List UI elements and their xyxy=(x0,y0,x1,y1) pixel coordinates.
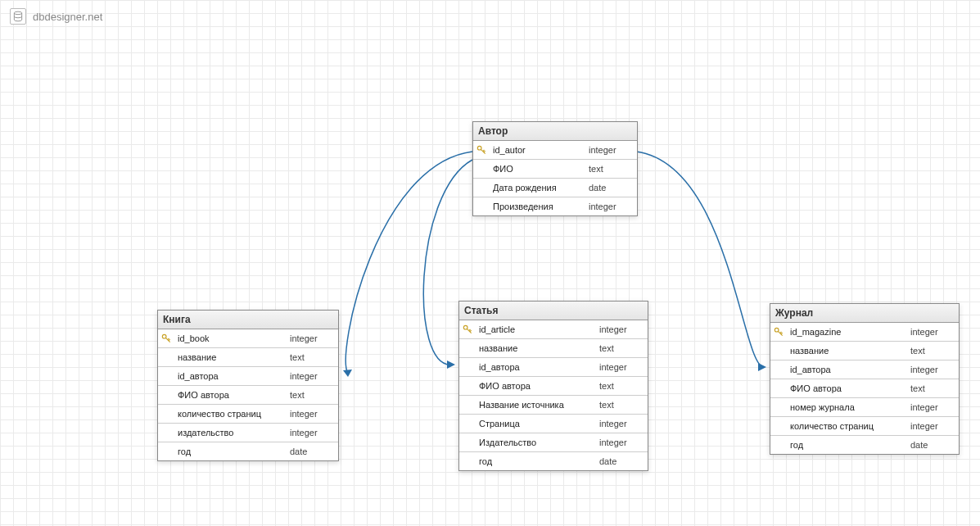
column-type: integer xyxy=(287,333,338,343)
table-author-rows: id_autorintegerФИОtextДата рожденияdateП… xyxy=(473,141,637,215)
table-row[interactable]: годdate xyxy=(770,436,959,454)
table-row[interactable]: ФИОtext xyxy=(473,160,637,179)
column-name: id_autor xyxy=(490,145,585,155)
table-row[interactable]: ФИО автораtext xyxy=(459,377,648,396)
table-magazine[interactable]: Журнал id_magazineintegerназваниеtextid_… xyxy=(770,303,960,455)
table-row[interactable]: id_автораinteger xyxy=(459,358,648,377)
table-book[interactable]: Книга id_bookintegerназваниеtextid_автор… xyxy=(157,310,339,461)
primary-key-icon xyxy=(459,324,476,335)
column-type: text xyxy=(596,343,648,353)
column-name: год xyxy=(476,456,596,466)
table-magazine-header[interactable]: Журнал xyxy=(770,304,959,323)
watermark: dbdesigner.net xyxy=(10,8,102,25)
column-name: название xyxy=(174,352,287,362)
table-title: Книга xyxy=(163,314,191,325)
column-name: название xyxy=(476,343,596,353)
column-type: integer xyxy=(596,419,648,429)
column-type: integer xyxy=(907,402,959,412)
diagram-canvas[interactable]: dbdesigner.net Автор id_autorintegerФИОt… xyxy=(0,0,980,526)
column-name: id_автора xyxy=(174,371,287,381)
column-type: date xyxy=(287,447,338,456)
column-type: text xyxy=(596,400,648,410)
table-row[interactable]: издательствоinteger xyxy=(158,424,338,442)
table-row[interactable]: Издательствоinteger xyxy=(459,433,648,452)
svg-marker-1 xyxy=(343,370,352,377)
table-row[interactable]: названиеtext xyxy=(770,342,959,360)
rel-author-magazine xyxy=(636,152,763,367)
column-type: text xyxy=(907,383,959,393)
column-name: id_автора xyxy=(476,362,596,372)
column-name: год xyxy=(174,447,287,456)
column-type: text xyxy=(287,390,338,400)
table-row[interactable]: Дата рожденияdate xyxy=(473,179,637,197)
table-book-rows: id_bookintegerназваниеtextid_автораinteg… xyxy=(158,329,338,460)
column-type: date xyxy=(907,440,959,450)
primary-key-icon xyxy=(158,333,174,344)
column-name: ФИО автора xyxy=(476,381,596,391)
column-name: id_article xyxy=(476,324,596,334)
table-book-header[interactable]: Книга xyxy=(158,311,338,329)
column-name: id_magazine xyxy=(787,327,907,337)
table-article[interactable]: Статья id_articleintegerназваниеtextid_а… xyxy=(458,301,648,471)
column-type: integer xyxy=(585,202,637,211)
table-author[interactable]: Автор id_autorintegerФИОtextДата рождени… xyxy=(472,121,638,216)
table-row[interactable]: Страницаinteger xyxy=(459,415,648,433)
table-row[interactable]: id_articleinteger xyxy=(459,320,648,339)
table-row[interactable]: названиеtext xyxy=(158,348,338,367)
column-name: id_book xyxy=(174,333,287,343)
table-row[interactable]: Название источникаtext xyxy=(459,396,648,415)
database-icon xyxy=(10,8,26,25)
column-type: text xyxy=(907,346,959,356)
table-row[interactable]: годdate xyxy=(158,442,338,460)
column-type: integer xyxy=(596,438,648,447)
table-row[interactable]: Произведенияinteger xyxy=(473,197,637,215)
table-row[interactable]: ФИО автораtext xyxy=(770,379,959,398)
primary-key-icon xyxy=(770,326,787,338)
table-row[interactable]: количество страницinteger xyxy=(770,417,959,436)
column-name: год xyxy=(787,440,907,450)
column-type: date xyxy=(596,456,648,466)
column-type: integer xyxy=(596,324,648,334)
column-name: название xyxy=(787,346,907,356)
table-row[interactable]: номер журналаinteger xyxy=(770,398,959,417)
column-name: Страница xyxy=(476,419,596,429)
table-article-header[interactable]: Статья xyxy=(459,302,648,320)
column-type: text xyxy=(585,164,637,174)
table-row[interactable]: ФИО автораtext xyxy=(158,386,338,405)
column-type: text xyxy=(596,381,648,391)
column-name: количество страниц xyxy=(174,409,287,419)
table-row[interactable]: годdate xyxy=(459,452,648,470)
column-type: integer xyxy=(287,409,338,419)
column-name: Дата рождения xyxy=(490,183,585,193)
svg-point-7 xyxy=(775,328,779,332)
column-type: integer xyxy=(907,365,959,374)
table-row[interactable]: id_magazineinteger xyxy=(770,323,959,342)
table-row[interactable]: id_автораinteger xyxy=(770,360,959,379)
table-author-header[interactable]: Автор xyxy=(473,122,637,141)
rel-author-book xyxy=(345,152,472,374)
column-name: id_автора xyxy=(787,365,907,374)
column-type: integer xyxy=(585,145,637,155)
column-name: количество страниц xyxy=(787,421,907,431)
table-row[interactable]: id_autorinteger xyxy=(473,141,637,160)
column-type: integer xyxy=(287,428,338,438)
svg-marker-3 xyxy=(758,363,766,371)
column-name: ФИО автора xyxy=(787,383,907,393)
column-type: integer xyxy=(596,362,648,372)
column-name: издательство xyxy=(174,428,287,438)
svg-point-5 xyxy=(162,334,166,338)
table-row[interactable]: количество страницinteger xyxy=(158,405,338,424)
column-type: text xyxy=(287,352,338,362)
column-type: integer xyxy=(907,421,959,431)
column-type: integer xyxy=(287,371,338,381)
column-type: integer xyxy=(907,327,959,337)
svg-marker-2 xyxy=(447,360,455,369)
table-row[interactable]: id_автораinteger xyxy=(158,367,338,386)
table-magazine-rows: id_magazineintegerназваниеtextid_автораi… xyxy=(770,323,959,454)
table-row[interactable]: названиеtext xyxy=(459,339,648,358)
watermark-text: dbdesigner.net xyxy=(33,11,102,23)
column-type: date xyxy=(585,183,637,193)
table-title: Статья xyxy=(464,305,498,316)
svg-point-0 xyxy=(14,11,21,14)
table-row[interactable]: id_bookinteger xyxy=(158,329,338,348)
